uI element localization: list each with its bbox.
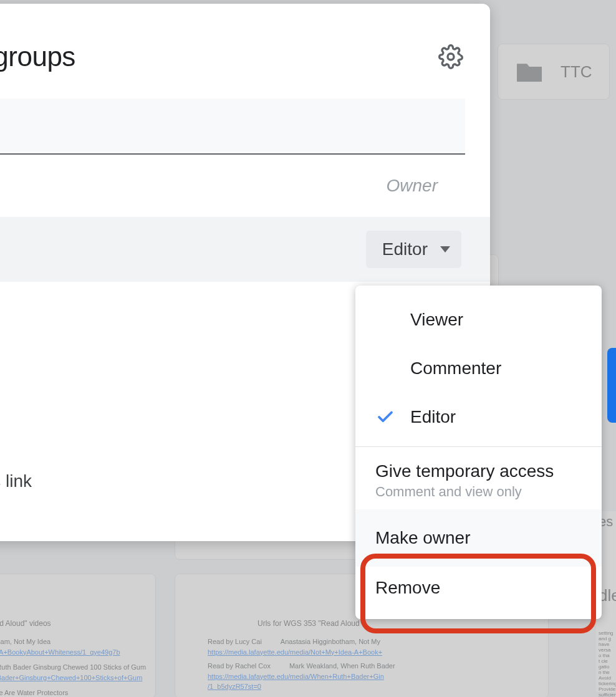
menu-label: Viewer (410, 310, 463, 330)
owner-role-label: Owner (387, 176, 438, 196)
menu-label: Make owner (375, 528, 471, 548)
menu-label: Remove (375, 578, 440, 598)
menu-label: Commenter (410, 358, 501, 378)
blue-edge-accent (607, 348, 616, 423)
menu-item-editor[interactable]: Editor (355, 393, 602, 441)
role-dropdown-menu: Viewer Commenter Editor Give temporary a… (355, 286, 602, 619)
menu-label: Give temporary access (375, 461, 554, 481)
menu-divider (355, 446, 602, 447)
owner-row: Owner (0, 155, 465, 217)
dialog-header: e and groups (0, 29, 465, 85)
collaborator-row: Editor (0, 217, 490, 282)
check-icon (375, 408, 395, 426)
menu-item-remove[interactable]: Remove (355, 567, 602, 609)
menu-item-viewer[interactable]: Viewer (355, 296, 602, 344)
link-access-text: open with this link (0, 471, 32, 491)
dialog-title: e and groups (0, 41, 75, 72)
menu-item-make-owner[interactable]: Make owner (355, 509, 602, 567)
role-dropdown-label: Editor (382, 239, 428, 259)
settings-button[interactable] (436, 42, 465, 71)
add-people-input[interactable] (0, 99, 465, 155)
chevron-down-icon (440, 246, 450, 252)
menu-item-commenter[interactable]: Commenter (355, 344, 602, 393)
svg-point-0 (448, 54, 454, 60)
gear-icon (438, 44, 463, 69)
menu-label: Editor (410, 407, 456, 427)
role-dropdown-button[interactable]: Editor (366, 231, 461, 268)
menu-item-temporary-access[interactable]: Give temporary access Comment and view o… (355, 452, 602, 509)
menu-sublabel: Comment and view only (375, 484, 522, 500)
